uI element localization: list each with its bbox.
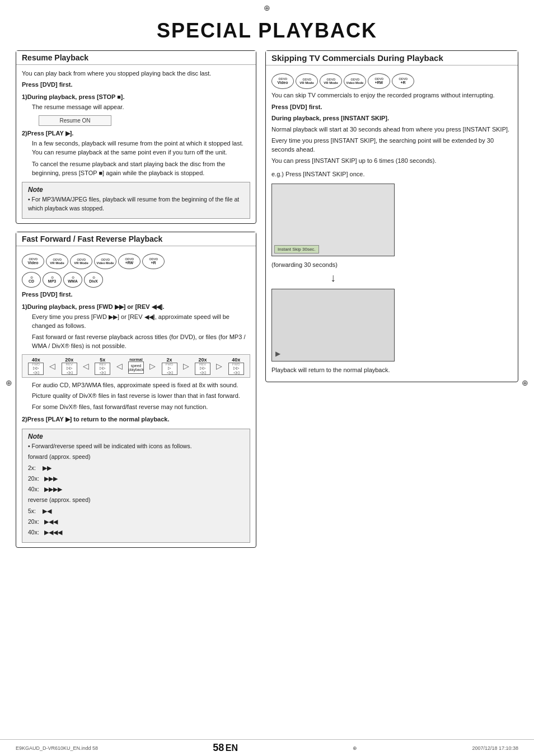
- resume-step2-heading: 2)Press [PLAY ▶].: [22, 129, 250, 138]
- speed-diagram: 40x FWD ▷▷ ◁◁ ◁ 20x REV: [22, 354, 250, 378]
- skipping-title: Skipping TV Commercials During Playback: [266, 51, 518, 65]
- bottom-page-number: 58: [213, 742, 224, 753]
- page: ⊕ SPECIAL PLAYBACK ⊕ ⊕ Resume Playback Y…: [0, 0, 534, 756]
- resume-intro: You can play back from where you stopped…: [22, 69, 250, 78]
- ff-step1-heading: 1)During playback, press [FWD ▶▶] or [RE…: [22, 303, 250, 312]
- ff-dvd-vm-icon: ⊙DVD Video Mode: [94, 253, 116, 269]
- speed-20x-fwd2: 20x REV ▷▷ ◁◁: [195, 357, 210, 375]
- bottom-file-info: E9KGAUD_D-VR610KU_EN.indd 58: [16, 745, 98, 751]
- ff-forward-2x: 2x: ▶▶: [28, 464, 244, 472]
- skipping-section: Skipping TV Commercials During Playback …: [265, 50, 518, 382]
- ff-wma-icon: ⊙ WMA: [63, 272, 82, 288]
- ff-dvd-vr-icon1: ⊙DVD VR Mode: [46, 253, 68, 269]
- skip-screen1: Instant Skip 30sec.: [271, 184, 395, 256]
- bottom-datetime: 2007/12/18 17:10:38: [472, 745, 518, 751]
- ff-some-note: For some DivX® files, fast forward/fast …: [32, 403, 250, 412]
- speed-20x-fwd1: 20x REV ▷▷ ◁◁: [62, 357, 77, 375]
- speed-arrow6: ▷: [216, 361, 222, 370]
- speed-arrow2: ◁: [83, 361, 89, 370]
- ff-audio-note: For audio CD, MP3/WMA files, approximate…: [32, 381, 250, 390]
- resume-step1-text: The resume message will appear.: [32, 103, 250, 112]
- speed-2x: 2x FWD ▷ ◁◁: [162, 357, 177, 375]
- ff-note-box: Note • Forward/reverse speed will be ind…: [22, 429, 250, 543]
- speed-arrow1: ◁: [49, 361, 55, 370]
- speed-40x-fwd: 40x FWD ▷▷ ◁◁: [28, 357, 44, 375]
- speed-arrow5: ▷: [183, 361, 189, 370]
- bottom-page-number-group: 58 EN: [213, 742, 238, 754]
- ff-press-dvd: Press [DVD] first.: [22, 290, 250, 299]
- skip-result-text: Playback will return to the normal playb…: [271, 366, 512, 375]
- right-column: Skipping TV Commercials During Playback …: [265, 50, 518, 556]
- ff-picture-note: Picture quality of DivX® files in fast r…: [32, 392, 250, 401]
- skip-dvd-video-icon: ⊙DVD Video: [271, 73, 294, 89]
- resume-note-title: Note: [28, 186, 244, 194]
- skip-dvd-vr-icon2: ⊙DVD VR Mode: [320, 73, 342, 89]
- left-crosshair-icon: ⊕: [6, 378, 12, 387]
- skip-intro: You can skip TV commercials to enjoy the…: [271, 91, 512, 100]
- resume-note-text: • For MP3/WMA/JPEG files, playback will …: [28, 195, 244, 212]
- ff-forward-40x: 40x: ▶▶▶▶: [28, 485, 244, 494]
- speed-arrow4: ▷: [149, 361, 156, 370]
- ff-dvd-rw-icon: ⊙DVD +RW: [118, 253, 140, 269]
- ff-dvd-vr-icon2: ⊙DVD VR Mode: [70, 253, 92, 269]
- ff-reverse-20x: 20x: ▶◀◀: [28, 518, 244, 526]
- skip-dvd-r-icon: ⊙DVD +R: [392, 73, 414, 89]
- fast-forward-section: Fast Forward / Fast Reverse Playback ⊙DV…: [16, 232, 256, 548]
- resume-step1-heading: 1)During playback, press [STOP ■].: [22, 93, 250, 102]
- ff-forward-label: forward (approx. speed): [28, 453, 244, 461]
- skip-dvd-rw-icon: ⊙DVD +RW: [368, 73, 390, 89]
- ff-step1-text2: Fast forward or fast reverse playback ac…: [32, 333, 250, 351]
- skip-text3: You can press [INSTANT SKIP] up to 6 tim…: [271, 157, 512, 166]
- skip-example: e.g.) Press [INSTANT SKIP] once.: [271, 170, 512, 179]
- ff-dvd-icons-row: ⊙DVD Video ⊙DVD VR Mode ⊙DVD VR Mode ⊙: [22, 253, 250, 269]
- skip-instant-heading: During playback, press [INSTANT SKIP].: [271, 114, 512, 123]
- bottom-crosshair-icon: ⊕: [353, 745, 357, 751]
- speed-5x: 5x REV ▷▷ ◁◁: [95, 357, 110, 375]
- skip-dvd-icons-row: ⊙DVD Video ⊙DVD VR Mode ⊙DVD VR Mode ⊙: [271, 73, 512, 89]
- ff-reverse-5x: 5x: ▶◀: [28, 507, 244, 515]
- ff-step2-heading: 2)Press [PLAY ▶] to return to the normal…: [22, 415, 250, 424]
- resume-note-box: Note • For MP3/WMA/JPEG files, playback …: [22, 182, 250, 218]
- right-crosshair-icon: ⊕: [522, 378, 528, 387]
- ff-dvd-video-icon: ⊙DVD Video: [22, 253, 44, 269]
- skip-screen2: ▶: [271, 289, 395, 361]
- skip-screen1-label: Instant Skip 30sec.: [274, 245, 319, 253]
- resume-press-dvd: Press [DVD] first.: [22, 81, 250, 90]
- ff-mp3-icon: ⊙ MP3: [43, 272, 62, 288]
- skip-play-icon: ▶: [275, 350, 280, 358]
- resume-playback-title: Resume Playback: [16, 51, 256, 65]
- bottom-en-suffix: EN: [226, 743, 238, 753]
- resume-step2-para2: To cancel the resume playback and start …: [32, 160, 250, 178]
- skip-dvd-vm-icon: ⊙DVD Video Mode: [344, 73, 366, 89]
- resume-on-box: Resume ON: [39, 115, 111, 126]
- skip-text1: Normal playback will start at 30 seconds…: [271, 125, 512, 134]
- left-column: Resume Playback You can play back from w…: [16, 50, 256, 556]
- speed-arrow3: ◁: [116, 361, 123, 370]
- ff-reverse-40x: 40x: ▶◀◀◀: [28, 528, 244, 537]
- skip-dvd-vr-icon1: ⊙DVD VR Mode: [296, 73, 318, 89]
- page-title: SPECIAL PLAYBACK: [0, 13, 534, 50]
- ff-other-icons-row: ⊙ CD ⊙ MP3 ⊙ WMA ⊙ DivX: [22, 272, 250, 288]
- speed-40x-fwd2: 40x FWD ▷▷ ◁◁: [228, 357, 244, 375]
- ff-note-text1: • Forward/reverse speed will be indicate…: [28, 442, 244, 450]
- ff-divx-icon: ⊙ DivX: [84, 272, 103, 288]
- skip-forwarding-text: (forwarding 30 seconds): [271, 261, 512, 270]
- ff-reverse-label: reverse (approx. speed): [28, 496, 244, 504]
- skip-down-arrow-icon: ↓: [271, 271, 395, 284]
- skip-text2: Every time you press [INSTANT SKIP], the…: [271, 137, 512, 154]
- resume-step2-para1: In a few seconds, playback will resume f…: [32, 139, 250, 157]
- ff-cd-icon: ⊙ CD: [22, 272, 41, 288]
- speed-normal: normal speed playback: [128, 358, 144, 374]
- ff-note-title: Note: [28, 433, 244, 440]
- bottom-bar: E9KGAUD_D-VR610KU_EN.indd 58 58 EN ⊕ 200…: [0, 739, 534, 756]
- ff-step1-text1: Every time you press [FWD ▶▶] or [REV ◀◀…: [32, 313, 250, 331]
- skip-press-dvd: Press [DVD] first.: [271, 103, 512, 112]
- top-crosshair-icon: ⊕: [0, 0, 534, 13]
- fast-forward-title: Fast Forward / Fast Reverse Playback: [16, 232, 256, 246]
- ff-forward-20x: 20x: ▶▶▶: [28, 475, 244, 483]
- ff-dvd-r-icon: ⊙DVD +R: [142, 253, 165, 269]
- resume-playback-section: Resume Playback You can play back from w…: [16, 50, 256, 224]
